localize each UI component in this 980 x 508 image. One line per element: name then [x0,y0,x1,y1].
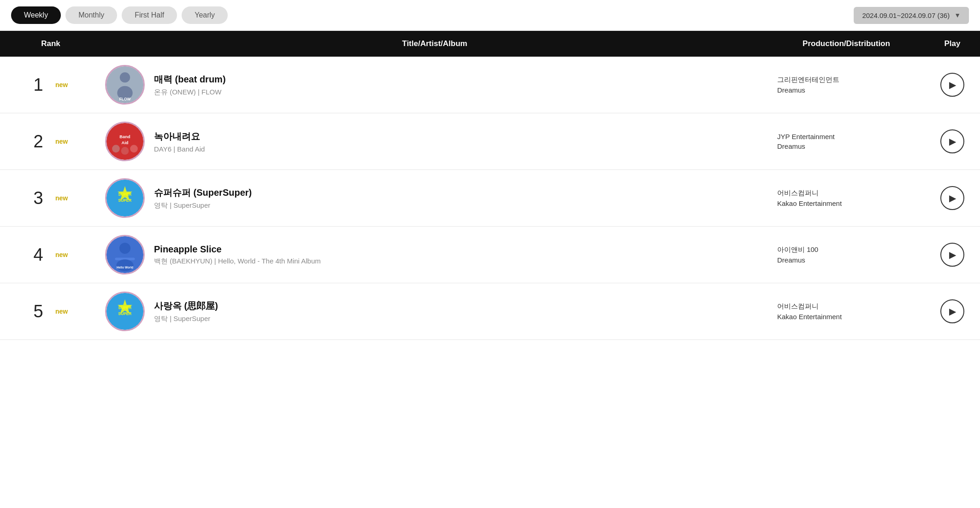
rank-badge: new [55,138,72,145]
album-art: SUPER SUPER [105,178,145,218]
date-range-label: 2024.09.01~2024.09.07 (36) [862,12,950,19]
album-art: Hello World [105,235,145,274]
album-art: SUPER SUPER [105,292,145,331]
title-cell: SUPER SUPER 사랑옥 (思郎屋) 영탁 | SuperSuper [101,292,768,331]
rank-badge: new [55,251,72,258]
rank-number: 5 [30,302,47,321]
production-name: 어비스컴퍼니 [777,302,915,311]
header-production: Production/Distribution [768,31,925,57]
song-info: 사랑옥 (思郎屋) 영탁 | SuperSuper [154,300,218,323]
album-art-inner: SUPER SUPER [106,180,143,216]
rank-cell: 3 new [0,188,101,208]
album-art-inner: Hello World [106,236,143,273]
rank-cell: 1 new [0,75,101,95]
rank-number: 1 [30,75,47,95]
album-art: FLOW [105,65,145,105]
song-subtitle: 백현 (BAEKHYUN) | Hello, World - The 4th M… [154,257,321,266]
title-cell: Hello World Pineapple Slice 백현 (BAEKHYUN… [101,235,768,274]
play-button[interactable]: ▶ [940,243,964,267]
play-button[interactable]: ▶ [940,73,964,97]
rank-badge: new [55,308,72,315]
title-cell: Band Aid 녹아내려요 DAY6 | Band Aid [101,122,768,161]
album-art-inner: FLOW [106,66,143,103]
play-button[interactable]: ▶ [940,299,964,323]
prod-cell: 어비스컴퍼니 Kakao Entertainment [768,302,925,321]
play-cell: ▶ [925,186,980,210]
song-title: 녹아내려요 [154,130,205,143]
table-row: 2 new Band Aid 녹아내려요 DAY6 | Band Aid JYP… [0,113,980,170]
rank-badge: new [55,81,72,88]
svg-text:Hello World: Hello World [117,266,133,269]
tab-group: Weekly Monthly First Half Yearly [11,6,228,24]
play-cell: ▶ [925,243,980,267]
date-range-dropdown[interactable]: 2024.09.01~2024.09.07 (36) ▼ [854,7,969,24]
svg-text:FLOW: FLOW [119,97,131,101]
play-cell: ▶ [925,129,980,153]
tab-first-half[interactable]: First Half [122,6,177,24]
rank-cell: 5 new [0,302,101,321]
song-title: Pineapple Slice [154,244,321,255]
title-cell: SUPER SUPER 슈퍼슈퍼 (SuperSuper) 영탁 | Super… [101,178,768,218]
rank-badge: new [55,194,72,202]
album-art-inner: Band Aid [106,123,143,160]
rank-number: 3 [30,188,47,208]
rank-number: 4 [30,245,47,265]
rank-cell: 2 new [0,132,101,152]
song-title: 슈퍼슈퍼 (SuperSuper) [154,187,252,199]
tab-yearly[interactable]: Yearly [182,6,228,24]
song-subtitle: 영탁 | SuperSuper [154,201,252,210]
prod-cell: 아이앤비 100 Dreamus [768,245,925,264]
rank-cell: 4 new [0,245,101,265]
svg-text:Band: Band [119,134,130,139]
distribution-name: Dreamus [777,142,915,150]
song-info: 녹아내려요 DAY6 | Band Aid [154,130,205,153]
play-cell: ▶ [925,73,980,97]
prod-cell: JYP Entertainment Dreamus [768,133,925,150]
song-subtitle: 온유 (ONEW) | FLOW [154,88,226,97]
rank-number: 2 [30,132,47,152]
header-play: Play [925,31,980,57]
svg-point-1 [120,72,130,82]
play-button[interactable]: ▶ [940,129,964,153]
production-name: JYP Entertainment [777,133,915,140]
song-title: 매력 (beat drum) [154,73,226,86]
table-row: 1 new FLOW 매력 (beat drum) 온유 (ONEW) | FL… [0,57,980,113]
svg-point-7 [112,145,120,152]
svg-point-9 [130,145,138,152]
distribution-name: Dreamus [777,86,915,94]
distribution-name: Kakao Entertainment [777,313,915,321]
play-button[interactable]: ▶ [940,186,964,210]
song-info: 매력 (beat drum) 온유 (ONEW) | FLOW [154,73,226,97]
song-info: 슈퍼슈퍼 (SuperSuper) 영탁 | SuperSuper [154,187,252,210]
distribution-name: Dreamus [777,256,915,264]
table-row: 4 new Hello World Pineapple Slice 백현 (BA… [0,227,980,283]
song-info: Pineapple Slice 백현 (BAEKHYUN) | Hello, W… [154,244,321,266]
production-name: 그리핀엔터테인먼트 [777,76,915,84]
album-art-inner: SUPER SUPER [106,293,143,330]
svg-point-15 [119,243,130,254]
tab-weekly[interactable]: Weekly [11,6,61,24]
song-title: 사랑옥 (思郎屋) [154,300,218,312]
table-row: 5 new SUPER SUPER 사랑옥 (思郎屋) 영탁 | SuperSu… [0,283,980,340]
title-cell: FLOW 매력 (beat drum) 온유 (ONEW) | FLOW [101,65,768,105]
prod-cell: 그리핀엔터테인먼트 Dreamus [768,76,925,94]
header-title: Title/Artist/Album [101,31,768,57]
top-bar: Weekly Monthly First Half Yearly 2024.09… [0,0,980,31]
svg-text:Aid: Aid [122,141,129,146]
album-art: Band Aid [105,122,145,161]
song-subtitle: DAY6 | Band Aid [154,145,205,153]
table-row: 3 new SUPER SUPER 슈퍼슈퍼 (SuperSuper) 영탁 |… [0,170,980,227]
production-name: 아이앤비 100 [777,245,915,254]
svg-point-8 [121,147,129,155]
production-name: 어비스컴퍼니 [777,189,915,198]
table-header: Rank Title/Artist/Album Production/Distr… [0,31,980,57]
distribution-name: Kakao Entertainment [777,199,915,207]
header-rank: Rank [0,31,101,57]
tab-monthly[interactable]: Monthly [65,6,117,24]
chevron-down-icon: ▼ [954,12,961,19]
play-cell: ▶ [925,299,980,323]
chart-list: 1 new FLOW 매력 (beat drum) 온유 (ONEW) | FL… [0,57,980,340]
prod-cell: 어비스컴퍼니 Kakao Entertainment [768,189,925,207]
song-subtitle: 영탁 | SuperSuper [154,315,218,323]
